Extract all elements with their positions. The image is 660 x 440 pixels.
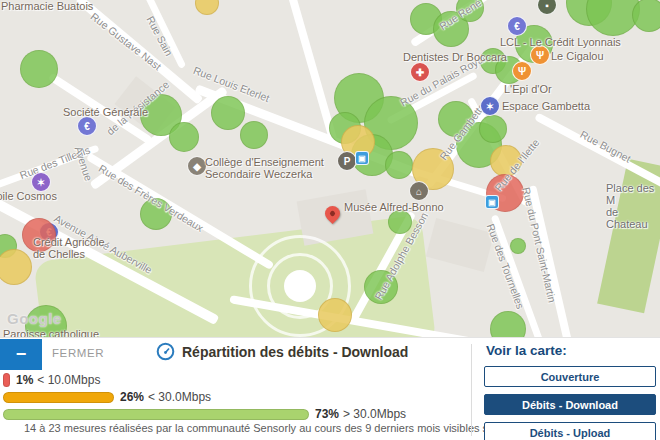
legend-bar: [3, 409, 309, 420]
roundabout: [284, 270, 316, 302]
map[interactable]: Google €✶€◆P▣⌂✚€ΨΨ✶▪▣Rue Gustave NastRue…: [0, 0, 660, 337]
measurements-note: 14 à 23 mesures réalisées par la communa…: [24, 422, 540, 434]
societe-generale-bank-icon[interactable]: €: [77, 116, 97, 136]
legend-row: 26%< 30.0Mbps: [3, 390, 406, 404]
legend-row: 1%< 10.0Mbps: [3, 373, 406, 387]
legend-text: > 30.0Mbps: [343, 407, 406, 421]
panel-title: Répartition des débits - Download: [182, 344, 408, 360]
poi-label: Place des M de Chateau: [606, 182, 660, 230]
map-type-button-d-bits-download[interactable]: Débits - Download: [484, 394, 656, 415]
poi-label: Collège d'Enseignement Secondaire Weczer…: [205, 156, 324, 180]
poi-label: Espace Gambetta: [502, 100, 590, 112]
espace-gambetta-icon[interactable]: ✶: [480, 96, 500, 116]
legend-bar: [3, 392, 114, 403]
poi-label: Le Cigalou: [551, 50, 604, 62]
parking-icon[interactable]: P: [337, 151, 357, 171]
speedometer-icon: [156, 342, 175, 365]
coverage-dot-green: [632, 0, 660, 32]
coverage-dot-green: [479, 115, 507, 143]
map-type-button-couverture[interactable]: Couverture: [484, 366, 656, 387]
coverage-dot-green: [240, 121, 268, 149]
poi-label: L'Epi d'Or: [504, 83, 552, 95]
coverage-dot-green: [211, 96, 245, 130]
poi-label: LCL - Le Crédit Lyonnais: [500, 36, 621, 48]
street-label: Rue des Tournelles: [485, 222, 527, 310]
poi-label: Étoile Cosmos: [0, 190, 57, 202]
legend-text: < 10.0Mbps: [37, 373, 100, 387]
minus-icon: −: [16, 344, 27, 365]
coverage-dot-yellow: [195, 0, 219, 15]
coverage-dot-green: [490, 311, 526, 337]
legend-percent: 26%: [120, 390, 144, 404]
college-school-icon[interactable]: ◆: [187, 156, 207, 176]
legend-text: < 30.0Mbps: [148, 390, 211, 404]
dentist-icon[interactable]: ✚: [410, 62, 430, 82]
poi-label: Dentistes Dr Boccara: [403, 51, 507, 63]
legend-percent: 1%: [16, 373, 33, 387]
transit-station-icon[interactable]: ▣: [355, 151, 369, 165]
poi-label: Pharmacie Buatois: [1, 0, 93, 12]
map-type-buttons: CouvertureDébits - DownloadDébits - Uplo…: [484, 366, 656, 440]
legend-percent: 73%: [315, 407, 339, 421]
sidebar-heading: Voir la carte:: [486, 343, 567, 358]
poi-label: Crédit Agricole de Chelles: [33, 236, 105, 260]
coverage-dot-green: [385, 151, 413, 179]
transit-station-icon[interactable]: ▣: [485, 195, 499, 209]
coverage-dot-yellow: [0, 249, 32, 285]
coverage-dot-yellow: [318, 298, 352, 332]
lcl-bank-icon[interactable]: €: [507, 16, 527, 36]
map-type-button-d-bits-upload[interactable]: Débits - Upload: [484, 422, 656, 440]
sensorly-map-app: Google €✶€◆P▣⌂✚€ΨΨ✶▪▣Rue Gustave NastRue…: [0, 0, 660, 440]
poi-dark-icon[interactable]: ▪: [537, 0, 557, 15]
coverage-dot-green: [510, 238, 526, 254]
coverage-dot-green: [20, 50, 58, 88]
legend: 1%< 10.0Mbps26%< 30.0Mbps73%> 30.0Mbps: [3, 373, 406, 424]
poi-label: Société Générale: [63, 106, 148, 118]
etoile-cosmos-icon[interactable]: ✶: [31, 172, 51, 192]
poi-label: Paroisse catholique: [3, 328, 99, 337]
fermer-collapse-button[interactable]: −: [0, 339, 42, 370]
coverage-dot-green: [169, 122, 199, 152]
poi-label: Musée Alfred-Bonno: [344, 201, 444, 213]
restaurant-icon[interactable]: Ψ: [512, 61, 532, 81]
fermer-label: FERMER: [52, 347, 104, 359]
museum-icon[interactable]: ⌂: [409, 181, 429, 201]
legend-row: 73%> 30.0Mbps: [3, 407, 406, 421]
vertical-divider: [471, 344, 472, 436]
google-watermark: Google: [7, 310, 62, 327]
bottom-panel: − FERMER Répartition des débits - Downlo…: [0, 337, 660, 440]
legend-bar: [3, 373, 10, 387]
